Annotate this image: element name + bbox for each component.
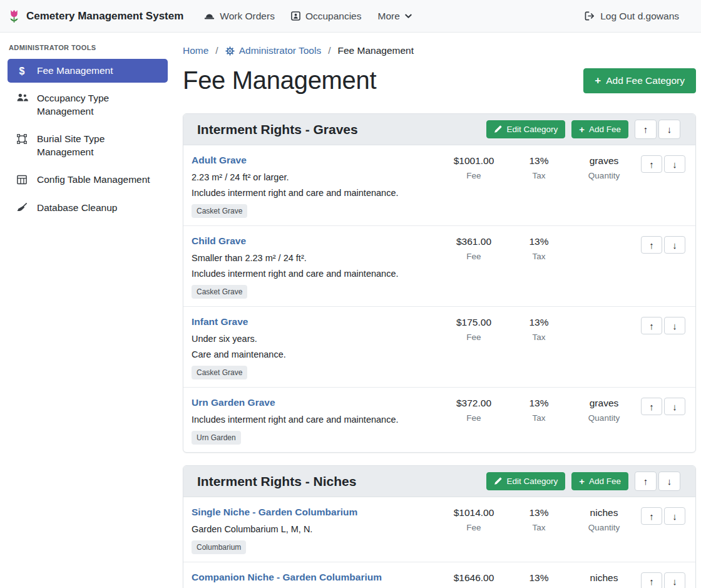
quantity-unit: [571, 317, 637, 328]
add-fee-category-button[interactable]: + Add Fee Category: [583, 68, 696, 93]
logout-icon: [585, 11, 595, 21]
fee-description: 2.23 m² / 24 ft² or larger.: [192, 172, 436, 182]
sidebar-item-burial-site-type-management[interactable]: Burial Site Type Management: [8, 127, 168, 164]
nav-work-orders[interactable]: Work Orders: [196, 6, 283, 27]
quantity-unit: niches: [571, 507, 637, 518]
tax-rate: 13%: [506, 398, 571, 409]
fee-row: Infant Grave Under six years.Care and ma…: [183, 307, 695, 388]
tax-rate: 13%: [506, 507, 571, 518]
move-fee-up-button[interactable]: ↑: [641, 398, 662, 415]
category-title: Interment Rights - Niches: [197, 474, 356, 489]
dollar-icon: $: [15, 66, 29, 77]
arrow-up-icon: ↑: [649, 576, 654, 587]
plus-icon: +: [579, 126, 585, 133]
move-fee-up-button[interactable]: ↑: [641, 236, 662, 254]
fee-info: Urn Garden Grave Includes interment righ…: [192, 397, 441, 445]
pencil-icon: [494, 125, 502, 133]
fee-description: Care and maintenance.: [192, 349, 436, 359]
page-header: Fee Management + Add Fee Category: [183, 66, 696, 95]
app-brand[interactable]: Cemetery Management System: [8, 8, 183, 24]
fee-name-link[interactable]: Adult Grave: [192, 155, 247, 166]
fee-name-link[interactable]: Child Grave: [192, 235, 246, 247]
top-navbar: Cemetery Management System Work Orders O…: [0, 0, 701, 33]
move-category-down-button[interactable]: ↓: [658, 120, 680, 139]
move-fee-down-button[interactable]: ↓: [664, 236, 685, 254]
fee-reorder-buttons: ↑ ↓: [637, 316, 685, 334]
nav-item-label: Occupancies: [305, 11, 362, 22]
quantity-column-label: Quantity: [571, 413, 637, 423]
tax-column-label: Tax: [506, 171, 571, 181]
move-fee-up-button[interactable]: ↑: [641, 572, 662, 588]
fee-name-link[interactable]: Companion Niche - Garden Columbarium: [192, 572, 382, 583]
breadcrumb-home-link[interactable]: Home: [183, 45, 208, 56]
move-fee-down-button[interactable]: ↓: [664, 507, 685, 525]
fee-descriptions: Under six years.Care and maintenance.: [192, 334, 436, 359]
move-fee-down-button[interactable]: ↓: [664, 155, 685, 173]
move-fee-down-button[interactable]: ↓: [664, 317, 685, 334]
fee-descriptions: 2.23 m² / 24 ft² or larger.Includes inte…: [192, 172, 436, 198]
sidebar-item-label: Database Cleanup: [37, 202, 117, 214]
sidebar-item-occupancy-type-management[interactable]: Occupancy Type Management: [8, 86, 168, 123]
logout-button[interactable]: Log Out d.gowans: [576, 6, 687, 27]
fee-type-badge: Urn Garden: [192, 431, 241, 445]
fee-amount-column: $175.00 Fee: [441, 316, 506, 343]
move-fee-up-button[interactable]: ↑: [641, 155, 662, 173]
fee-info: Single Niche - Garden Columbarium Garden…: [192, 507, 441, 554]
table-icon: [15, 175, 29, 185]
edit-category-button[interactable]: Edit Category: [486, 472, 565, 490]
nav-more[interactable]: More: [370, 6, 420, 27]
fee-row: Companion Niche - Garden Columbarium Gar…: [183, 562, 695, 588]
fee-name-link[interactable]: Single Niche - Garden Columbarium: [192, 507, 357, 518]
fee-column-label: Fee: [441, 333, 506, 343]
breadcrumb: Home / Administrator Tools / Fee Managem…: [183, 45, 696, 56]
fee-name-link[interactable]: Urn Garden Grave: [192, 397, 275, 408]
move-fee-up-button[interactable]: ↑: [641, 507, 662, 525]
move-fee-down-button[interactable]: ↓: [664, 572, 685, 588]
sidebar-heading: ADMINISTRATOR TOOLS: [9, 44, 168, 51]
fee-info: Adult Grave 2.23 m² / 24 ft² or larger.I…: [192, 155, 441, 218]
add-fee-category-label: Add Fee Category: [606, 75, 685, 86]
sidebar: ADMINISTRATOR TOOLS $ Fee Management Occ…: [0, 33, 175, 234]
sidebar-item-label: Fee Management: [37, 64, 113, 77]
fee-list: Single Niche - Garden Columbarium Garden…: [183, 497, 695, 588]
quantity-column: graves Quantity: [571, 397, 637, 423]
arrow-up-icon: ↑: [649, 401, 654, 412]
fee-description: Smaller than 2.23 m² / 24 ft².: [192, 253, 436, 263]
sidebar-item-label: Burial Site Type Management: [37, 133, 160, 158]
edit-category-button[interactable]: Edit Category: [486, 120, 565, 138]
arrow-up-icon: ↑: [649, 240, 654, 250]
fee-descriptions: Garden Columbarium L, M, N.: [192, 524, 436, 534]
move-category-up-button[interactable]: ↑: [635, 120, 657, 139]
tax-rate: 13%: [506, 317, 571, 328]
category-header: Interment Rights - Niches Edit Category …: [183, 466, 695, 497]
sidebar-item-config-table-management[interactable]: Config Table Management: [8, 168, 168, 192]
move-fee-up-button[interactable]: ↑: [641, 317, 662, 334]
tulip-logo-icon: [8, 8, 21, 24]
quantity-unit: niches: [571, 572, 637, 584]
fee-column-label: Fee: [441, 523, 506, 533]
add-fee-button[interactable]: + Add Fee: [571, 120, 628, 138]
users-icon: [15, 93, 29, 101]
quantity-unit: [571, 236, 637, 247]
sidebar-item-fee-management[interactable]: $ Fee Management: [8, 59, 168, 83]
tax-column: 13% Tax: [506, 235, 571, 262]
move-category-down-button[interactable]: ↓: [658, 472, 680, 491]
nav-occupancies[interactable]: Occupancies: [283, 6, 370, 27]
fee-amount-column: $1014.00 Fee: [441, 507, 506, 533]
fee-name-link[interactable]: Infant Grave: [192, 316, 248, 328]
gear-icon: [225, 46, 235, 56]
add-fee-button[interactable]: + Add Fee: [571, 472, 628, 490]
quantity-unit: graves: [571, 398, 637, 409]
quantity-column: niches Quantity: [571, 507, 637, 533]
hard-hat-icon: [204, 12, 215, 20]
fee-amount: $1001.00: [441, 155, 506, 167]
nav-item-label: Work Orders: [220, 11, 275, 22]
fee-amount-column: $1001.00 Fee: [441, 155, 506, 181]
quantity-column-label: [571, 252, 637, 262]
breadcrumb-admin-tools-link[interactable]: Administrator Tools: [225, 45, 322, 56]
move-fee-down-button[interactable]: ↓: [664, 398, 685, 415]
quantity-column: [571, 235, 637, 262]
quantity-column-label: Quantity: [571, 523, 637, 533]
sidebar-item-database-cleanup[interactable]: Database Cleanup: [8, 196, 168, 220]
move-category-up-button[interactable]: ↑: [635, 472, 657, 491]
